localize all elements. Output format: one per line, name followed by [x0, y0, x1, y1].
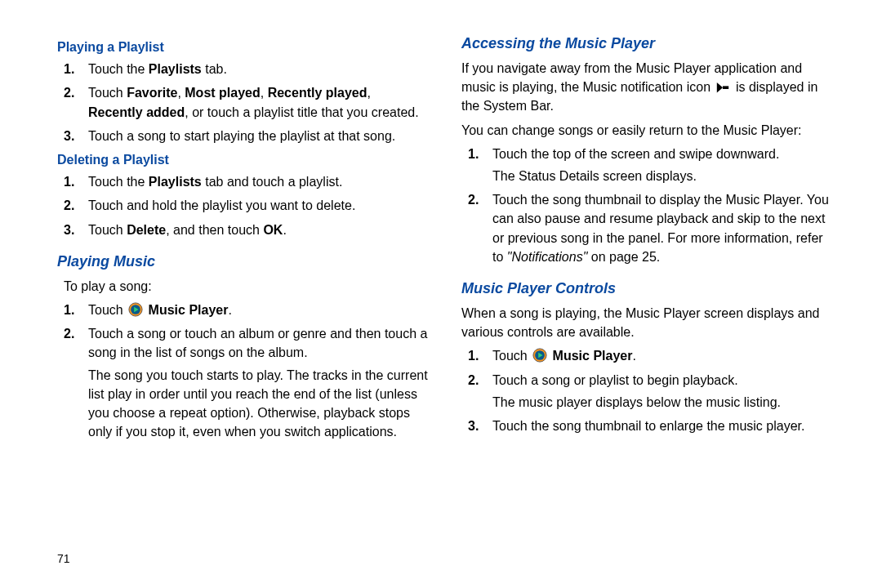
step-text: Touch Music Player.: [492, 349, 636, 363]
heading-music-player-controls: Music Player Controls: [461, 278, 833, 299]
list-item: 2. Touch the song thumbnail to display t…: [468, 190, 833, 266]
list-item: 1. Touch Music Player.: [64, 301, 429, 319]
list-item: 2. Touch a song or playlist to begin pla…: [468, 371, 833, 412]
list-item: 2. Touch Favorite, Most played, Recently…: [64, 83, 429, 121]
heading-accessing-music-player: Accessing the Music Player: [461, 33, 833, 54]
list-playing-playlist: 1. Touch the Playlists tab. 2. Touch Fav…: [57, 60, 429, 145]
heading-playing-playlist: Playing a Playlist: [57, 38, 429, 56]
step-text: Touch the Playlists tab and touch a play…: [88, 175, 342, 189]
step-text: Touch the song thumbnail to enlarge the …: [492, 419, 804, 433]
paragraph: You can change songs or easily return to…: [461, 121, 833, 140]
paragraph: When a song is playing, the Music Player…: [461, 304, 833, 341]
left-column: Playing a Playlist 1. Touch the Playlist…: [57, 33, 453, 572]
svg-marker-3: [717, 82, 723, 93]
step-text: Touch and hold the playlist you want to …: [88, 198, 355, 212]
play-notification-icon: [715, 79, 730, 91]
list-item: 2. Touch and hold the playlist you want …: [64, 196, 429, 215]
list-item: 1. Touch Music Player.: [468, 346, 833, 365]
step-text: Touch a song or touch an album or genre …: [88, 327, 427, 359]
svg-rect-4: [723, 86, 728, 89]
list-controls: 1. Touch Music Player. 2. Touch a song o…: [461, 346, 833, 435]
step-text: Touch the song thumbnail to display the …: [492, 193, 829, 264]
list-item: 1. Touch the top of the screen and swipe…: [468, 145, 833, 185]
step-text: Touch Favorite, Most played, Recently pl…: [88, 86, 419, 118]
step-text: Touch the Playlists tab.: [88, 62, 227, 76]
list-item: 3. Touch the song thumbnail to enlarge t…: [468, 416, 833, 435]
step-text: Touch Music Player.: [88, 303, 232, 317]
step-text: Touch Delete, and then touch OK.: [88, 223, 287, 237]
intro-text: To play a song:: [64, 277, 429, 296]
list-item: 1. Touch the Playlists tab and touch a p…: [64, 172, 429, 191]
list-playing-music: 1. Touch Music Player. 2. Touch a song o…: [57, 301, 429, 441]
step-text: Touch a song or playlist to begin playba…: [492, 373, 738, 387]
list-item: 3. Touch Delete, and then touch OK.: [64, 220, 429, 239]
heading-playing-music: Playing Music: [57, 251, 429, 272]
list-item: 2. Touch a song or touch an album or gen…: [64, 324, 429, 441]
right-column: Accessing the Music Player If you naviga…: [453, 33, 849, 572]
list-accessing: 1. Touch the top of the screen and swipe…: [461, 145, 833, 266]
music-player-icon: [532, 348, 547, 363]
step-text: Touch the top of the screen and swipe do…: [492, 147, 779, 161]
list-deleting-playlist: 1. Touch the Playlists tab and touch a p…: [57, 172, 429, 239]
step-continuation: The song you touch starts to play. The t…: [88, 366, 429, 442]
list-item: 3. Touch a song to start playing the pla…: [64, 127, 429, 145]
heading-deleting-playlist: Deleting a Playlist: [57, 150, 429, 169]
list-item: 1. Touch the Playlists tab.: [64, 60, 429, 78]
music-player-icon: [128, 302, 143, 317]
step-continuation: The Status Details screen displays.: [492, 167, 833, 185]
paragraph: If you navigate away from the Music Play…: [461, 59, 833, 116]
step-text: Touch a song to start playing the playli…: [88, 129, 395, 143]
step-continuation: The music player displays below the musi…: [492, 393, 833, 412]
page-number: 71: [57, 550, 70, 567]
